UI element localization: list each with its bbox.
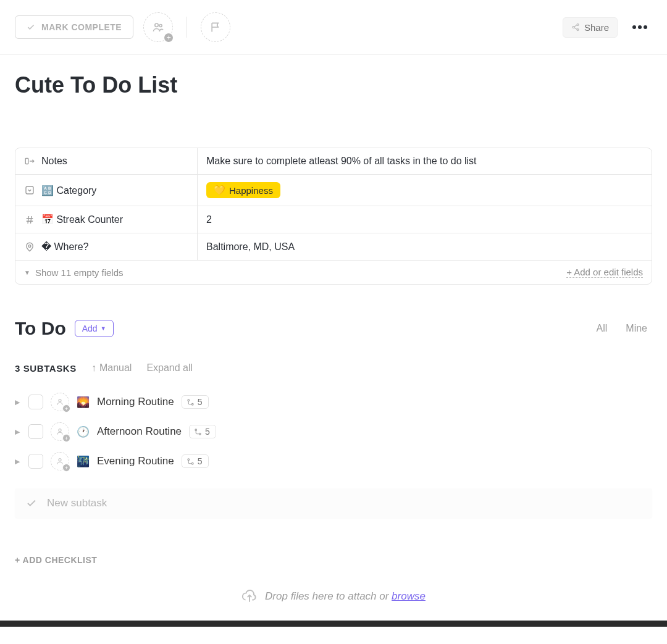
caret-down-icon: ▼: [101, 325, 106, 332]
caret-down-icon: ▼: [24, 269, 30, 276]
dropzone-text: Drop files here to attach or: [265, 590, 392, 602]
add-label: Add: [82, 324, 98, 333]
person-icon: [56, 457, 64, 466]
filter-all-tab[interactable]: All: [592, 320, 613, 337]
subtask-count-value: 5: [205, 427, 210, 437]
field-label: 📅 Streak Counter: [41, 214, 123, 225]
attachment-dropzone[interactable]: Drop files here to attach or browse: [0, 579, 667, 621]
toolbar: MARK COMPLETE + Share: [0, 0, 667, 55]
person-icon: [56, 427, 64, 436]
field-value-notes[interactable]: Make sure to complete atleast 90% of all…: [198, 148, 652, 174]
plus-badge-icon: +: [62, 404, 70, 412]
todo-heading: To Do: [15, 318, 66, 339]
plus-badge-icon: +: [163, 32, 174, 43]
subtask-assignee-button[interactable]: +: [51, 422, 69, 441]
svg-point-22: [188, 458, 190, 460]
dot-icon: [632, 25, 636, 29]
subtask-checkbox[interactable]: [28, 424, 43, 439]
new-subtask-row[interactable]: [15, 488, 652, 518]
plus-badge-icon: +: [62, 464, 70, 472]
dropdown-field-icon: [24, 185, 35, 196]
field-label-cell[interactable]: Notes: [15, 148, 198, 174]
subtask-count: 3 SUBTASKS: [15, 363, 77, 374]
svg-line-13: [31, 216, 32, 224]
add-subtask-button[interactable]: Add ▼: [75, 320, 114, 337]
expand-all-button[interactable]: Expand all: [146, 362, 193, 374]
field-label-cell[interactable]: 📅 Streak Counter: [15, 206, 198, 233]
subtask-count-badge[interactable]: 5: [182, 395, 209, 409]
field-label: Notes: [41, 156, 67, 167]
new-subtask-input[interactable]: [47, 497, 641, 509]
title-area: Cute To Do List: [0, 55, 667, 108]
svg-point-20: [199, 433, 201, 435]
cloud-upload-icon: [241, 588, 258, 604]
show-empty-fields-button[interactable]: ▼ Show 11 empty fields: [24, 267, 123, 278]
check-icon: [26, 498, 37, 509]
field-row-notes: Notes Make sure to complete atleast 90% …: [15, 148, 652, 175]
subtask-tree-icon: [194, 428, 202, 436]
subtask-checkbox[interactable]: [28, 454, 43, 469]
field-value-streak[interactable]: 2: [198, 206, 652, 233]
svg-point-16: [188, 399, 190, 401]
sort-button[interactable]: ↑ Manual: [91, 362, 132, 374]
todo-header: To Do Add ▼ All Mine: [0, 285, 667, 339]
mark-complete-label: MARK COMPLETE: [41, 22, 122, 32]
field-label-cell[interactable]: � Where?: [15, 233, 198, 260]
svg-point-21: [59, 459, 61, 461]
field-value-category[interactable]: 💛 Happiness: [198, 175, 652, 206]
subtask-count-badge[interactable]: 5: [182, 454, 209, 468]
context-bar: [15, 108, 652, 141]
share-label: Share: [584, 22, 609, 33]
fields-footer: ▼ Show 11 empty fields + Add or edit fie…: [15, 261, 652, 284]
dot-icon: [644, 25, 647, 29]
field-value-where[interactable]: Baltimore, MD, USA: [198, 233, 652, 260]
number-field-icon: [24, 214, 35, 225]
subtask-row[interactable]: ▶ + 🌃 Evening Routine 5: [15, 446, 652, 476]
add-checklist-button[interactable]: + ADD CHECKLIST: [0, 518, 667, 579]
subtask-count-badge[interactable]: 5: [189, 425, 216, 438]
svg-point-3: [573, 27, 574, 28]
subtask-tree-icon: [187, 458, 195, 466]
subtask-assignee-button[interactable]: +: [51, 393, 69, 411]
add-edit-fields-button[interactable]: + Add or edit fields: [566, 267, 643, 278]
svg-point-0: [155, 23, 158, 27]
mark-complete-button[interactable]: MARK COMPLETE: [15, 15, 133, 39]
page-title[interactable]: Cute To Do List: [15, 72, 652, 98]
svg-point-2: [577, 23, 579, 25]
expand-caret-icon[interactable]: ▶: [15, 458, 21, 466]
subtask-assignee-button[interactable]: +: [51, 452, 69, 470]
bottom-bar: [0, 621, 667, 627]
subtask-checkbox[interactable]: [28, 395, 43, 409]
svg-rect-7: [25, 159, 28, 164]
expand-caret-icon[interactable]: ▶: [15, 428, 21, 436]
people-icon: [152, 21, 164, 33]
share-button[interactable]: Share: [563, 17, 618, 38]
field-row-where: � Where? Baltimore, MD, USA: [15, 233, 652, 261]
assignee-add-button[interactable]: +: [143, 12, 173, 42]
category-pill[interactable]: 💛 Happiness: [206, 182, 280, 198]
show-empty-label: Show 11 empty fields: [35, 267, 124, 278]
plus-badge-icon: +: [62, 434, 70, 442]
field-row-category: 🔠 Category 💛 Happiness: [15, 175, 652, 206]
subtask-count-value: 5: [198, 456, 203, 466]
vertical-divider: [187, 17, 187, 38]
expand-caret-icon[interactable]: ▶: [15, 398, 21, 406]
subtask-list: ▶ + 🌄 Morning Routine 5 ▶ + 🕐 Afternoon …: [0, 382, 667, 476]
filter-mine-tab[interactable]: Mine: [621, 320, 652, 337]
pill-text: Happiness: [229, 185, 273, 196]
check-icon: [27, 23, 35, 31]
arrow-up-icon: ↑: [91, 362, 96, 374]
svg-point-15: [59, 399, 61, 402]
browse-link[interactable]: browse: [392, 590, 426, 602]
field-label-cell[interactable]: 🔠 Category: [15, 175, 198, 206]
subtask-row[interactable]: ▶ + 🌄 Morning Routine 5: [15, 387, 652, 417]
svg-point-4: [577, 29, 579, 31]
dot-icon: [638, 25, 642, 29]
priority-flag-button[interactable]: [201, 12, 230, 42]
more-options-button[interactable]: [627, 20, 652, 34]
subtask-row[interactable]: ▶ + 🕐 Afternoon Routine 5: [15, 417, 652, 446]
field-label: � Where?: [41, 241, 88, 253]
subtask-emoji: 🌄: [77, 396, 90, 409]
fields-table: Notes Make sure to complete atleast 90% …: [15, 148, 652, 285]
svg-line-6: [574, 28, 577, 30]
